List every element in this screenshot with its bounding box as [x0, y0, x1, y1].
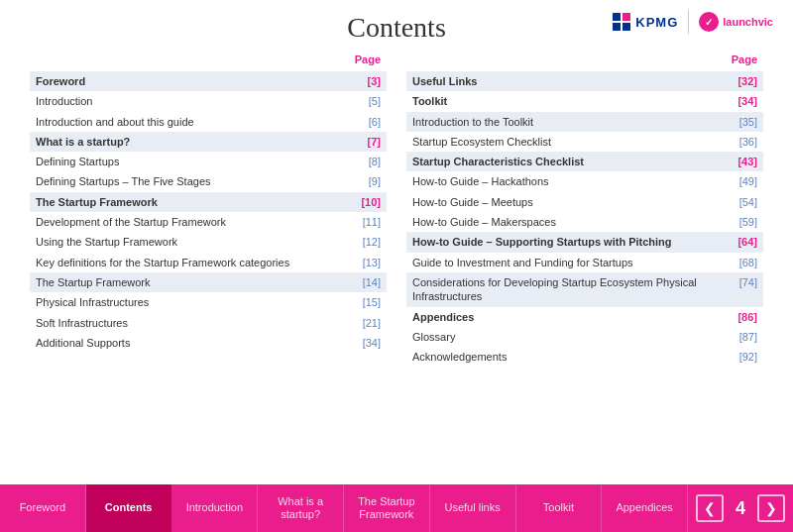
bottom-nav: ForewordContentsIntroductionWhat is a st… — [0, 484, 793, 532]
toc-page: [9] — [369, 174, 381, 188]
nav-item-the-startup-framework[interactable]: The Startup Framework — [344, 484, 430, 532]
page-header: Contents KPMG ✓ launchvic — [0, 0, 793, 50]
toc-label: Introduction to the Toolkit — [412, 115, 739, 129]
left-col-header: Page — [30, 50, 387, 69]
toc-label: Defining Startups – The Five Stages — [36, 174, 369, 188]
toc-row: How-to Guide – Meetups[54] — [406, 192, 763, 212]
nav-item-appendices[interactable]: Appendices — [602, 484, 688, 532]
toc-label: Defining Startups — [36, 155, 369, 168]
nav-item-useful-links[interactable]: Useful links — [430, 484, 516, 532]
toc-label: Startup Ecosystem Checklist — [412, 135, 739, 149]
toc-row: Appendices[86] — [406, 307, 763, 327]
toc-page: [21] — [363, 316, 381, 330]
toc-page: [43] — [737, 155, 757, 168]
toc-label: The Startup Framework — [36, 195, 361, 209]
launchvic-icon: ✓ — [699, 12, 719, 32]
toc-label: Considerations for Developing Startup Ec… — [412, 275, 739, 304]
toc-label: Foreword — [36, 74, 368, 88]
toc-label: Introduction and about this guide — [36, 115, 369, 129]
toc-page: [92] — [739, 350, 757, 364]
toc-label: Key definitions for the Startup Framewor… — [36, 256, 363, 269]
right-toc: Useful Links[32]Toolkit[34]Introduction … — [406, 71, 763, 367]
left-toc: Foreword[3]Introduction[5]Introduction a… — [30, 71, 387, 353]
toc-page: [64] — [737, 235, 757, 249]
nav-item-introduction[interactable]: Introduction — [172, 484, 259, 532]
toc-label: Additional Supports — [36, 336, 363, 350]
nav-item-what-is-a-startup?[interactable]: What is a startup? — [258, 484, 344, 532]
toc-row: Considerations for Developing Startup Ec… — [406, 272, 763, 307]
toc-label: What is a startup? — [36, 135, 368, 149]
toc-page: [35] — [739, 115, 757, 129]
toc-label: Guide to Investment and Funding for Star… — [412, 256, 739, 269]
toc-label: Development of the Startup Framework — [36, 215, 363, 229]
nav-items: ForewordContentsIntroductionWhat is a st… — [0, 484, 688, 532]
toc-row: Defining Startups[8] — [30, 152, 387, 171]
left-column: Page Foreword[3]Introduction[5]Introduct… — [30, 50, 387, 484]
nav-item-toolkit[interactable]: Toolkit — [516, 484, 603, 532]
toc-label: Introduction — [36, 94, 369, 108]
toc-row: Startup Characteristics Checklist[43] — [406, 152, 763, 171]
logos-container: KPMG ✓ launchvic — [613, 10, 773, 34]
toc-row: Startup Ecosystem Checklist[36] — [406, 132, 763, 152]
toc-page: [68] — [739, 256, 757, 269]
toc-row: How-to Guide – Supporting Startups with … — [406, 232, 763, 252]
launchvic-logo: ✓ launchvic — [699, 12, 773, 32]
toc-label: Soft Infrastructures — [36, 316, 363, 330]
right-col-header: Page — [406, 50, 763, 69]
toc-label: How-to Guide – Meetups — [412, 195, 739, 209]
toc-page: [86] — [737, 310, 757, 324]
toc-page: [6] — [369, 115, 381, 129]
next-arrow[interactable]: ❯ — [757, 494, 785, 522]
toc-label: Using the Startup Framework — [36, 235, 363, 249]
toc-page: [36] — [739, 135, 757, 149]
toc-page: [10] — [361, 195, 381, 209]
toc-label: How-to Guide – Supporting Startups with … — [412, 235, 737, 249]
toc-row: The Startup Framework[14] — [30, 272, 387, 292]
toc-page: [49] — [739, 174, 757, 188]
toc-row: Introduction and about this guide[6] — [30, 112, 387, 132]
toc-label: The Startup Framework — [36, 275, 363, 289]
page-number: 4 — [728, 498, 753, 519]
toc-label: Toolkit — [412, 94, 737, 108]
toc-label: Startup Characteristics Checklist — [412, 155, 737, 168]
toc-page: [14] — [363, 275, 381, 289]
toc-label: Useful Links — [412, 74, 737, 88]
toc-label: Physical Infrastructures — [36, 295, 363, 309]
toc-page: [12] — [363, 235, 381, 249]
toc-row: The Startup Framework[10] — [30, 192, 387, 212]
toc-row: Useful Links[32] — [406, 71, 763, 91]
content-area: Page Foreword[3]Introduction[5]Introduct… — [0, 50, 793, 484]
toc-page: [87] — [739, 330, 757, 344]
nav-item-contents[interactable]: Contents — [86, 484, 172, 532]
toc-row: Toolkit[34] — [406, 91, 763, 111]
toc-page: [13] — [363, 256, 381, 269]
toc-row: Physical Infrastructures[15] — [30, 292, 387, 312]
toc-row: Acknowledgements[92] — [406, 347, 763, 367]
toc-page: [3] — [368, 74, 381, 88]
kpmg-text: KPMG — [635, 15, 678, 30]
toc-row: What is a startup?[7] — [30, 132, 387, 152]
toc-label: Appendices — [412, 310, 737, 324]
toc-row: Introduction[5] — [30, 91, 387, 111]
prev-arrow[interactable]: ❮ — [696, 494, 724, 522]
toc-row: Foreword[3] — [30, 71, 387, 91]
toc-row: Defining Startups – The Five Stages[9] — [30, 171, 387, 191]
toc-page: [34] — [737, 94, 757, 108]
page-title: Contents — [347, 12, 446, 44]
toc-row: Key definitions for the Startup Framewor… — [30, 253, 387, 272]
nav-item-foreword[interactable]: Foreword — [0, 484, 86, 532]
toc-label: How-to Guide – Makerspaces — [412, 215, 739, 229]
toc-page: [32] — [737, 74, 757, 88]
right-page-header: Page — [732, 53, 757, 65]
left-page-header: Page — [355, 53, 381, 65]
toc-row: Development of the Startup Framework[11] — [30, 212, 387, 232]
toc-row: Additional Supports[34] — [30, 333, 387, 353]
toc-row: Soft Infrastructures[21] — [30, 313, 387, 333]
toc-row: Guide to Investment and Funding for Star… — [406, 253, 763, 272]
right-column: Page Useful Links[32]Toolkit[34]Introduc… — [406, 50, 763, 484]
toc-page: [8] — [369, 155, 381, 168]
toc-page: [34] — [363, 336, 381, 350]
launchvic-text: launchvic — [723, 16, 773, 28]
toc-page: [7] — [368, 135, 381, 149]
toc-page: [5] — [369, 94, 381, 108]
